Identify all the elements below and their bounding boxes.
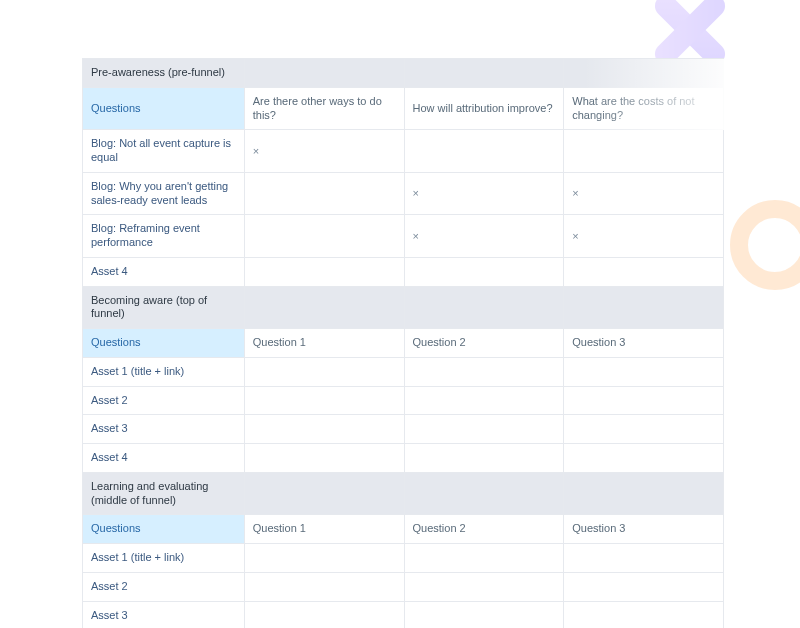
question-1: Question 1: [245, 515, 405, 544]
x-mark-icon: ×: [572, 188, 578, 199]
table-row: Asset 2: [83, 387, 724, 416]
cell: [405, 130, 565, 173]
x-mark-icon: ×: [413, 231, 419, 242]
cell: [564, 387, 724, 416]
question-2: Question 2: [405, 515, 565, 544]
cell: [245, 602, 405, 629]
table-row: Asset 4: [83, 258, 724, 287]
cell: [245, 444, 405, 473]
cell: [245, 358, 405, 387]
section-spacer: [245, 473, 405, 516]
cell: [564, 258, 724, 287]
cell: ×: [564, 173, 724, 216]
cell: [245, 415, 405, 444]
table-row: Asset 1 (title + link): [83, 358, 724, 387]
question-2: How will attribution improve?: [405, 88, 565, 131]
cell: [405, 387, 565, 416]
asset-label: Blog: Reframing event performance: [91, 222, 236, 250]
cell: [405, 444, 565, 473]
cell: [564, 358, 724, 387]
cell: [405, 358, 565, 387]
table-row: Blog: Not all event capture is equal ×: [83, 130, 724, 173]
cell: [245, 573, 405, 602]
section-spacer: [564, 473, 724, 516]
cell: [405, 544, 565, 573]
cell: [564, 415, 724, 444]
cell: [245, 258, 405, 287]
asset-label: Blog: Why you aren't getting sales-ready…: [91, 180, 236, 208]
cell: ×: [405, 215, 565, 258]
table-row: Blog: Why you aren't getting sales-ready…: [83, 173, 724, 216]
questions-row: Questions Question 1 Question 2 Question…: [83, 515, 724, 544]
section-spacer: [405, 287, 565, 330]
cell: [245, 387, 405, 416]
cell: [564, 444, 724, 473]
cell: [405, 573, 565, 602]
cell: ×: [405, 173, 565, 216]
asset-label: Asset 2: [91, 394, 128, 408]
cell: [405, 602, 565, 629]
table-row: Asset 4: [83, 444, 724, 473]
questions-label: Questions: [83, 88, 245, 131]
questions-row: Questions Question 1 Question 2 Question…: [83, 329, 724, 358]
cell: [245, 215, 405, 258]
asset-label: Asset 1 (title + link): [91, 365, 184, 379]
question-1: Are there other ways to do this?: [245, 88, 405, 131]
table-row: Asset 3: [83, 415, 724, 444]
questions-row: Questions Are there other ways to do thi…: [83, 88, 724, 131]
section-spacer: [245, 287, 405, 330]
cell: [405, 415, 565, 444]
question-1: Question 1: [245, 329, 405, 358]
cell: ×: [245, 130, 405, 173]
x-mark-icon: ×: [253, 146, 259, 157]
section-spacer: [405, 473, 565, 516]
section-header: Pre-awareness (pre-funnel): [83, 59, 724, 88]
content-map-table: Pre-awareness (pre-funnel) Questions Are…: [82, 58, 724, 628]
section-header: Learning and evaluating (middle of funne…: [83, 473, 724, 516]
x-mark-icon: ×: [413, 188, 419, 199]
asset-label: Asset 4: [91, 451, 128, 465]
cell: [245, 544, 405, 573]
cell: [405, 258, 565, 287]
section-spacer: [245, 59, 405, 88]
section-spacer: [564, 59, 724, 88]
question-2: Question 2: [405, 329, 565, 358]
section-title: Learning and evaluating (middle of funne…: [83, 473, 245, 516]
cell: [564, 544, 724, 573]
asset-label: Asset 1 (title + link): [91, 551, 184, 565]
cell: ×: [564, 215, 724, 258]
asset-label: Asset 4: [91, 265, 128, 279]
table-row: Asset 3: [83, 602, 724, 629]
x-mark-icon: ×: [572, 231, 578, 242]
question-3: What are the costs of not changing?: [564, 88, 724, 131]
question-3: Question 3: [564, 515, 724, 544]
decor-circle-orange-icon: [730, 200, 800, 290]
question-3: Question 3: [564, 329, 724, 358]
section-title: Becoming aware (top of funnel): [83, 287, 245, 330]
cell: [564, 573, 724, 602]
section-title: Pre-awareness (pre-funnel): [83, 59, 245, 88]
cell: [564, 130, 724, 173]
asset-label: Asset 3: [91, 422, 128, 436]
table-row: Blog: Reframing event performance × ×: [83, 215, 724, 258]
questions-label: Questions: [83, 515, 245, 544]
asset-label: Asset 3: [91, 609, 128, 623]
table-row: Asset 1 (title + link): [83, 544, 724, 573]
section-header: Becoming aware (top of funnel): [83, 287, 724, 330]
asset-label: Blog: Not all event capture is equal: [91, 137, 236, 165]
section-spacer: [405, 59, 565, 88]
cell: [245, 173, 405, 216]
asset-label: Asset 2: [91, 580, 128, 594]
table-row: Asset 2: [83, 573, 724, 602]
questions-label: Questions: [83, 329, 245, 358]
section-spacer: [564, 287, 724, 330]
cell: [564, 602, 724, 629]
